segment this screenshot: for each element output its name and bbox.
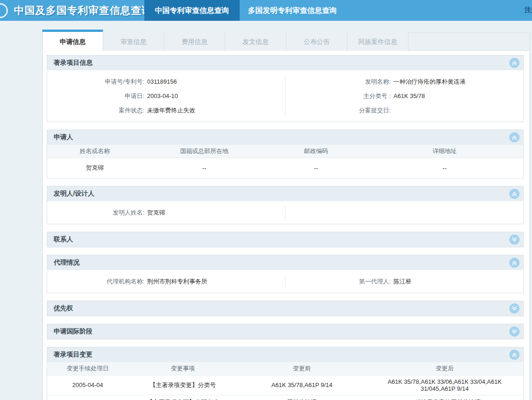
application-number-value: 031189156 <box>147 74 177 89</box>
tab-application-info[interactable]: 申请信息 <box>42 30 103 51</box>
app-logo-icon <box>0 3 8 18</box>
section-header-priority[interactable]: 优先权 <box>47 301 523 316</box>
section-inventor: 发明人/设计人 发明人姓名:贺克镕 <box>47 186 524 224</box>
field-label: 申请日: <box>47 89 144 103</box>
section-header-contact[interactable]: 联系人 <box>47 232 523 247</box>
chevron-down-circle-icon[interactable] <box>509 326 520 337</box>
column-header: 详细地址 <box>366 145 523 158</box>
chevron-down-circle-icon[interactable] <box>509 303 520 314</box>
tab-publication[interactable]: 公布公告 <box>286 32 347 51</box>
field-label: 发明名称: <box>285 74 391 89</box>
change-item-cell: 【主著录项变更】发明名称 <box>128 395 238 400</box>
nationality-cell: -- <box>142 158 266 178</box>
column-header: 国籍或总部所在地 <box>142 145 266 158</box>
tab-strip: 申请信息 审查信息 费用信息 发文信息 公布公告 同族案件信息 <box>42 32 530 51</box>
field-label: 发明人姓名: <box>47 205 144 220</box>
postal-code-cell: -- <box>266 158 366 178</box>
section-title: 发明人/设计人 <box>54 190 94 198</box>
table-row: 2005-03-31 【主著录项变更】发明名称 厚朴黄连液 一种治疗痔疮的厚朴黄… <box>47 395 523 400</box>
field-label: 案件状态: <box>47 103 144 117</box>
chevron-up-circle-icon[interactable] <box>509 132 520 142</box>
table-row: 贺克镕 -- -- -- <box>47 158 523 178</box>
section-priority: 优先权 <box>47 301 524 316</box>
section-header-changes[interactable]: 著录项目变更 <box>47 347 523 362</box>
section-title: 优先权 <box>54 304 73 313</box>
change-date-cell: 2005-03-31 <box>47 395 128 400</box>
column-header: 姓名或名称 <box>47 145 142 158</box>
change-date-cell: 2005-04-04 <box>47 375 128 395</box>
register-link[interactable]: 注册 <box>525 6 532 14</box>
section-applicant: 申请人 姓名或名称 国籍或总部所在地 邮政编码 详细地址 贺克镕 -- -- -… <box>47 129 524 178</box>
table-row: 2005-04-04 【主著录项变更】分类号 A61K 35/78,A61P 9… <box>47 375 523 395</box>
section-agency: 代理情况 代理机构名称:荆州市荆科专利事务所 第一代理人:陈江桥 <box>47 255 524 293</box>
applicant-table: 姓名或名称 国籍或总部所在地 邮政编码 详细地址 贺克镕 -- -- -- <box>47 145 523 178</box>
chevron-up-circle-icon[interactable] <box>509 58 520 68</box>
field-label: 分案提交日: <box>285 103 391 117</box>
section-title: 著录项目信息 <box>54 59 93 67</box>
tab-examination-info[interactable]: 审查信息 <box>103 32 164 51</box>
field-label: 主分类号 : <box>285 89 391 103</box>
first-agent-value: 陈江桥 <box>394 274 412 289</box>
column-header: 邮政编码 <box>266 145 366 158</box>
section-international-phase: 申请国际阶段 <box>47 324 524 339</box>
table-header-row: 姓名或名称 国籍或总部所在地 邮政编码 详细地址 <box>47 145 523 158</box>
change-item-cell: 【主著录项变更】分类号 <box>128 375 238 395</box>
column-header: 变更前 <box>238 362 366 375</box>
section-header-applicant[interactable]: 申请人 <box>47 130 523 145</box>
tab-fee-info[interactable]: 费用信息 <box>164 32 225 51</box>
section-title: 申请国际阶段 <box>54 327 93 336</box>
app-title: 中国及多国专利审查信息查询 <box>14 4 152 18</box>
section-title: 著录项目变更 <box>54 351 93 359</box>
change-after-cell: A61K 35/78,A61K 33/06,A61K 33/04,A61K 31… <box>366 375 523 395</box>
change-before-cell: A61K 35/78,A61P 9/14 <box>238 375 366 395</box>
application-date-value: 2003-04-10 <box>147 89 178 103</box>
section-header-international[interactable]: 申请国际阶段 <box>47 324 523 339</box>
applicant-name-cell: 贺克镕 <box>47 158 142 178</box>
agency-name-value: 荆州市荆科专利事务所 <box>147 274 207 289</box>
change-after-cell: 一种治疗痔疮的厚朴黄连液 <box>366 395 523 400</box>
address-cell: -- <box>366 158 523 178</box>
nav-tab-china-patent[interactable]: 中国专利审查信息查询 <box>144 0 240 21</box>
chevron-up-circle-icon[interactable] <box>509 189 520 199</box>
section-title: 代理情况 <box>54 258 80 267</box>
chevron-down-circle-icon[interactable] <box>509 234 520 245</box>
section-title: 申请人 <box>54 133 73 142</box>
tab-patent-family[interactable]: 同族案件信息 <box>347 32 408 51</box>
field-label: 第一代理人: <box>285 274 391 289</box>
change-before-cell: 厚朴黄连液 <box>238 395 366 400</box>
case-status-value: 未缴年费终止失效 <box>147 103 195 117</box>
chevron-up-circle-icon[interactable] <box>509 350 520 360</box>
changes-table: 变更手续处理日 变更事项 变更前 变更后 2005-04-04 【主著录项变更】… <box>47 362 523 400</box>
section-bibliographic-info: 著录项目信息 申请号/专利号:031189156 发明名称:一种治疗痔疮的厚朴黄… <box>47 55 524 122</box>
invention-name-value: 一种治疗痔疮的厚朴黄连液 <box>394 74 466 89</box>
section-header-agency[interactable]: 代理情况 <box>47 255 523 270</box>
nav-tab-multi-country[interactable]: 多国发明专利审查信息查询 <box>241 0 344 21</box>
chevron-up-circle-icon[interactable] <box>509 258 520 268</box>
section-bibliographic-changes: 著录项目变更 变更手续处理日 变更事项 变更前 变更后 2005-04-04 【… <box>47 347 524 400</box>
section-header-bibliographic[interactable]: 著录项目信息 <box>47 55 523 70</box>
tab-issued-documents[interactable]: 发文信息 <box>225 32 286 51</box>
inventor-name-value: 贺克镕 <box>147 205 165 220</box>
column-header: 变更事项 <box>128 362 238 375</box>
field-label: 代理机构名称: <box>47 274 144 289</box>
column-header: 变更后 <box>366 362 523 375</box>
app-header: 中国及多国专利审查信息查询 中国专利审查信息查询 多国发明专利审查信息查询 注册 <box>0 0 532 21</box>
column-header: 变更手续处理日 <box>47 362 128 375</box>
main-class-value: A61K 35/78 <box>394 89 425 103</box>
section-contact: 联系人 <box>47 232 524 247</box>
field-label: 申请号/专利号: <box>47 74 144 89</box>
main-panel: 著录项目信息 申请号/专利号:031189156 发明名称:一种治疗痔疮的厚朴黄… <box>42 51 530 400</box>
section-header-inventor[interactable]: 发明人/设计人 <box>47 186 523 201</box>
table-header-row: 变更手续处理日 变更事项 变更前 变更后 <box>47 362 523 375</box>
section-title: 联系人 <box>54 235 73 244</box>
